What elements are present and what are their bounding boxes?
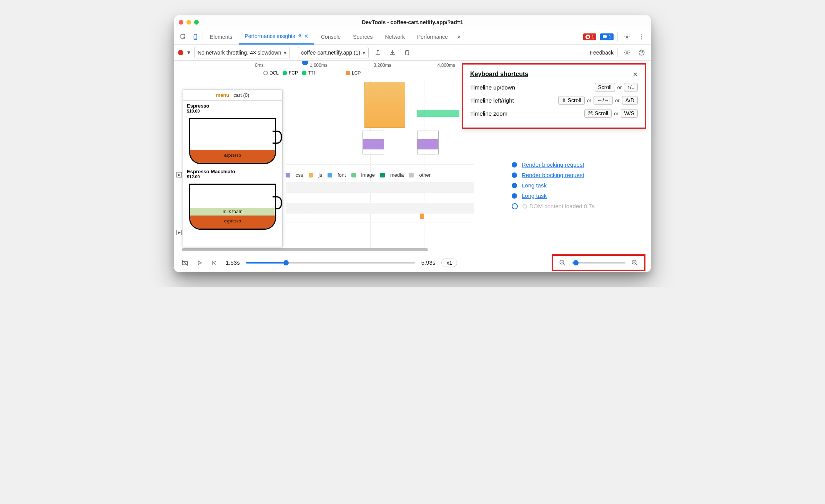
- tab-elements[interactable]: Elements: [205, 29, 238, 45]
- insight-rbr-1[interactable]: Render blocking request: [512, 161, 646, 168]
- devtools-tabs: Elements Performance insights ⚗ ✕ Consol…: [174, 29, 651, 45]
- insights-list: Render blocking request Render blocking …: [512, 158, 646, 213]
- insight-rbr-2[interactable]: Render blocking request: [512, 172, 646, 178]
- key-up-down: ↑/↓: [624, 83, 638, 91]
- tab-perf-label: Performance insights: [245, 33, 295, 39]
- playhead[interactable]: [305, 61, 305, 253]
- main-thread-block[interactable]: [364, 82, 405, 128]
- preview-menu: menu: [216, 92, 230, 98]
- playback-slider[interactable]: [246, 262, 415, 264]
- devtools-window: DevTools - coffee-cart.netlify.app/?ad=1…: [174, 15, 651, 272]
- speed-selector[interactable]: x1: [441, 259, 457, 267]
- svg-rect-6: [603, 35, 607, 38]
- kb-row3-label: Timeline zoom: [470, 110, 584, 117]
- preview-item2-price: $12.00: [187, 174, 278, 179]
- media-swatch: [380, 173, 385, 177]
- play-icon[interactable]: [196, 260, 203, 266]
- key-shift-scroll: ⇧ Scroll: [558, 96, 585, 104]
- minimize-window-icon[interactable]: [186, 20, 191, 25]
- preview-item1-name: Espresso: [187, 103, 278, 109]
- zoom-in-icon[interactable]: [629, 257, 640, 268]
- key-a-d: A/D: [622, 96, 638, 104]
- zoom-slider[interactable]: [572, 262, 625, 264]
- timeline[interactable]: 0ms 1,600ms 3,200ms 4,800ms DCL FCP TTI …: [174, 61, 651, 253]
- close-tab-icon[interactable]: ✕: [304, 33, 309, 39]
- font-swatch: [328, 173, 332, 177]
- svg-line-18: [563, 264, 565, 265]
- more-tabs-icon[interactable]: »: [455, 33, 463, 40]
- svg-point-10: [641, 38, 642, 39]
- insight-lt-1[interactable]: Long task: [512, 182, 646, 189]
- svg-point-8: [641, 34, 642, 35]
- svg-point-9: [641, 36, 642, 37]
- kb-row1-label: Timeline up/down: [470, 84, 595, 91]
- svg-point-7: [626, 36, 628, 38]
- activity-bar[interactable]: [417, 110, 459, 117]
- feedback-link[interactable]: Feedback: [590, 50, 614, 56]
- playback-footer: 1.53s 5.93s x1: [174, 253, 651, 272]
- svg-point-11: [626, 51, 628, 53]
- tti-marker-icon: [302, 71, 306, 75]
- insight-lt-2[interactable]: Long task: [512, 192, 646, 199]
- preview-item2-name: Espresso Macchiato: [187, 169, 278, 174]
- track-expander-1[interactable]: ▶: [176, 172, 182, 177]
- device-toolbar-icon[interactable]: [190, 32, 201, 42]
- screenshot-thumb-2[interactable]: [417, 131, 439, 154]
- caret-down-icon: ▾: [363, 50, 365, 56]
- insights-toolbar: ▾ No network throttling, 4× slowdown ▾ c…: [174, 45, 651, 61]
- js-request-bar[interactable]: [420, 214, 424, 219]
- screenshot-preview: menu cart (0) Espresso $10.00 espresso E…: [183, 90, 283, 247]
- track-expander-2[interactable]: ▶: [176, 230, 182, 235]
- delete-icon[interactable]: [402, 47, 412, 58]
- restart-icon[interactable]: [209, 257, 220, 268]
- time-current: 1.53s: [226, 259, 240, 266]
- throttling-dropdown[interactable]: No network throttling, 4× slowdown ▾: [194, 47, 290, 58]
- time-total: 5.93s: [421, 259, 436, 266]
- key-w-s: W/S: [621, 109, 638, 118]
- category-legend: css js font image media other: [286, 172, 431, 178]
- insight-dcl[interactable]: DOM content loaded 0.7s: [512, 203, 646, 209]
- preview-cart: cart (0): [233, 92, 249, 98]
- window-title: DevTools - coffee-cart.netlify.app/?ad=1: [362, 19, 463, 25]
- traffic-lights: [179, 20, 199, 25]
- caret-down-icon: ▾: [284, 50, 286, 56]
- kebab-menu-icon[interactable]: [636, 32, 647, 42]
- svg-line-21: [635, 264, 637, 265]
- toggle-screenshots-icon[interactable]: [180, 257, 190, 268]
- js-swatch: [309, 173, 313, 177]
- other-swatch: [409, 173, 414, 177]
- key-scroll: Scroll: [595, 83, 615, 91]
- import-icon[interactable]: [387, 47, 398, 58]
- tab-sources[interactable]: Sources: [348, 29, 378, 45]
- tab-performance[interactable]: Performance: [412, 29, 453, 45]
- error-count-badge[interactable]: 1: [583, 33, 597, 40]
- zoom-knob[interactable]: [573, 260, 579, 265]
- cup-graphic-2: milk foam espresso: [189, 184, 276, 230]
- zoom-out-icon[interactable]: [557, 257, 568, 268]
- issues-count-badge[interactable]: 1: [600, 33, 614, 40]
- help-icon[interactable]: [636, 47, 647, 58]
- lcp-marker-icon: [346, 71, 350, 75]
- slider-knob[interactable]: [283, 260, 289, 265]
- inspect-element-icon[interactable]: [178, 32, 189, 42]
- close-icon[interactable]: ✕: [633, 71, 638, 78]
- timeline-scrollbar[interactable]: [182, 248, 474, 253]
- tab-performance-insights[interactable]: Performance insights ⚗ ✕: [239, 29, 314, 45]
- css-swatch: [286, 173, 290, 177]
- export-icon[interactable]: [373, 47, 383, 58]
- flask-icon: ⚗: [298, 33, 302, 39]
- close-window-icon[interactable]: [179, 20, 183, 25]
- maximize-window-icon[interactable]: [194, 20, 199, 25]
- settings-icon[interactable]: [622, 32, 632, 42]
- fcp-marker-icon: [283, 71, 287, 75]
- record-icon[interactable]: [178, 50, 183, 55]
- tab-console[interactable]: Console: [316, 29, 346, 45]
- image-swatch: [351, 173, 356, 177]
- recording-dropdown[interactable]: coffee-cart.netlify.app (1) ▾: [298, 47, 369, 58]
- throttling-value: No network throttling, 4× slowdown: [198, 50, 281, 56]
- panel-settings-icon[interactable]: [622, 47, 632, 58]
- screenshot-thumb-1[interactable]: [363, 131, 384, 154]
- tab-network[interactable]: Network: [380, 29, 410, 45]
- record-dropdown-caret[interactable]: ▾: [187, 49, 190, 56]
- preview-item1-price: $10.00: [187, 109, 278, 113]
